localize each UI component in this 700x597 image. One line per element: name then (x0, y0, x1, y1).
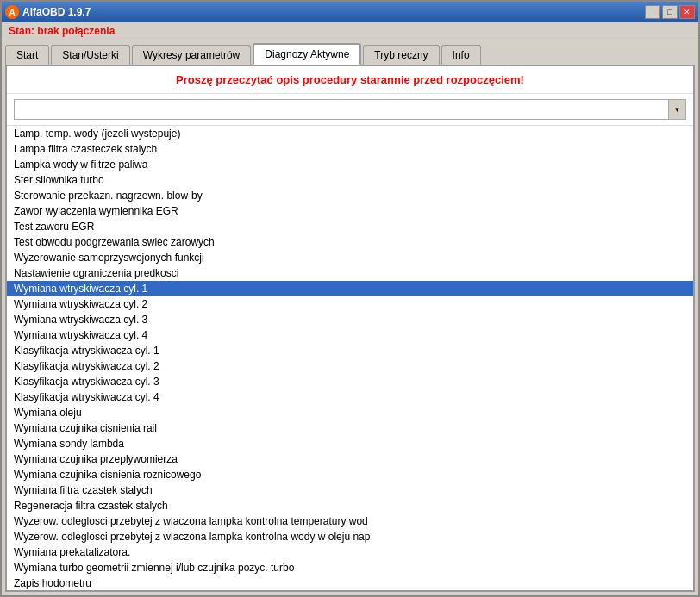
list-item[interactable]: Wymiana oleju (7, 405, 693, 420)
list-item[interactable]: Lampka wody w filtrze paliwa (7, 157, 693, 172)
app-icon: A (5, 5, 19, 19)
instruction-text: Proszę przeczytać opis procedury starann… (7, 66, 693, 94)
main-content: Proszę przeczytać opis procedury starann… (5, 65, 695, 592)
list-item[interactable]: Zawor wylaczenia wymiennika EGR (7, 203, 693, 219)
status-label: Stan: brak połączenia (9, 25, 115, 37)
list-item[interactable]: Zapis hodometru (7, 575, 693, 590)
list-item[interactable]: Klasyfikacja wtryskiwacza cyl. 1 (7, 343, 693, 358)
list-item[interactable]: Test obwodu podgrzewania swiec zarowych (7, 234, 693, 250)
title-bar: A AlfaOBD 1.9.7 _ □ ✕ (2, 2, 698, 22)
dropdown-row: ▼ (7, 94, 693, 126)
tabs-bar: Start Stan/Usterki Wykresy parametrów Di… (2, 40, 698, 65)
list-item[interactable]: Wyzerow. odleglosci przebytej z wlaczona… (7, 513, 693, 529)
dropdown-input[interactable] (15, 101, 668, 118)
list-item[interactable]: Klasyfikacja wtryskiwacza cyl. 3 (7, 374, 693, 389)
tab-tryb[interactable]: Tryb reczny (363, 45, 439, 65)
list-item[interactable]: Wymiana czujnika cisnienia rail (7, 420, 693, 436)
list-item[interactable]: Wymiana wtryskiwacza cyl. 3 (7, 312, 693, 327)
list-item[interactable]: Nastawienie ograniczenia predkosci (7, 265, 693, 281)
list-item[interactable]: Klasyfikacja wtryskiwacza cyl. 4 (7, 389, 693, 405)
close-button[interactable]: ✕ (679, 5, 695, 19)
list-item[interactable]: Wymiana wtryskiwacza cyl. 4 (7, 327, 693, 343)
title-bar-left: A AlfaOBD 1.9.7 (5, 5, 91, 19)
list-item[interactable]: Wymiana wtryskiwacza cyl. 1 (7, 281, 693, 296)
tab-wykresy[interactable]: Wykresy parametrów (132, 45, 252, 65)
list-item[interactable]: Wymiana filtra czastek stalych (7, 482, 693, 498)
maximize-button[interactable]: □ (662, 5, 678, 19)
list-item[interactable]: Ster silownika turbo (7, 172, 693, 188)
list-container: Lamp. temp. wody (jezeli wystepuje)Lampa… (7, 126, 693, 590)
tab-stan[interactable]: Stan/Usterki (51, 45, 129, 65)
list-item[interactable]: Lampa filtra czasteczek stalych (7, 141, 693, 157)
list-item[interactable]: Wymiana turbo geometrii zmiennej i/lub c… (7, 560, 693, 575)
list-item[interactable]: Regeneracja filtra czastek stalych (7, 498, 693, 513)
list-item[interactable]: Wyzerow. odleglosci przebytej z wlaczona… (7, 529, 693, 544)
tab-start[interactable]: Start (5, 45, 49, 65)
dropdown-wrapper[interactable]: ▼ (14, 99, 686, 120)
list-scroll-area[interactable]: Lamp. temp. wody (jezeli wystepuje)Lampa… (7, 126, 693, 590)
tab-info[interactable]: Info (441, 45, 481, 65)
list-item[interactable]: Test zaworu EGR (7, 219, 693, 234)
tab-diagnozy[interactable]: Diagnozy Aktywne (253, 43, 361, 65)
dropdown-arrow-button[interactable]: ▼ (668, 100, 685, 119)
list-item[interactable]: Wymiana prekatalizatora. (7, 544, 693, 560)
minimize-button[interactable]: _ (645, 5, 660, 19)
list-item[interactable]: Lamp. temp. wody (jezeli wystepuje) (7, 126, 693, 141)
list-item[interactable]: Wymiana wtryskiwacza cyl. 2 (7, 296, 693, 312)
status-bar: Stan: brak połączenia (2, 22, 698, 40)
list-item[interactable]: Wyzerowanie samoprzyswojonych funkcji (7, 250, 693, 265)
list-item[interactable]: Klasyfikacja wtryskiwacza cyl. 2 (7, 358, 693, 374)
list-item[interactable]: Wymiana czujnika przeplywomierza (7, 451, 693, 467)
list-item[interactable]: Sterowanie przekazn. nagrzewn. blow-by (7, 188, 693, 203)
title-bar-buttons: _ □ ✕ (645, 5, 695, 19)
app-title: AlfaOBD 1.9.7 (22, 6, 91, 18)
list-item[interactable]: Wymiana czujnika cisnienia roznicowego (7, 467, 693, 482)
list-item[interactable]: Wymiana sondy lambda (7, 436, 693, 451)
main-window: A AlfaOBD 1.9.7 _ □ ✕ Stan: brak połącze… (0, 0, 700, 597)
